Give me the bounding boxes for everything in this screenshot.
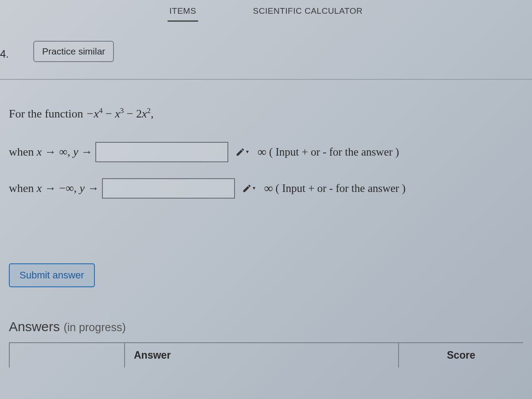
question-prompt: For the function −x4 − x3 − 2x2, — [9, 106, 523, 121]
answers-status: (in progress) — [63, 321, 125, 333]
edit-dropdown-icon[interactable]: ▾ — [233, 143, 251, 161]
answers-table-header: Answer Score — [9, 342, 523, 368]
table-col-answer: Answer — [125, 343, 399, 368]
limit-lead: when x → −∞, y → — [9, 182, 99, 195]
table-col-score: Score — [399, 343, 523, 368]
answer-input-1[interactable] — [95, 142, 228, 162]
question-content: For the function −x4 − x3 − 2x2, when x … — [9, 106, 523, 368]
answers-heading: Answers (in progress) — [9, 319, 523, 334]
infinity-symbol: ∞ — [264, 181, 273, 196]
limit-lead: when x → ∞, y → — [9, 145, 93, 159]
table-col-blank — [10, 343, 125, 368]
submit-answer-button[interactable]: Submit answer — [9, 263, 95, 287]
answers-title: Answers — [9, 319, 60, 334]
infinity-symbol: ∞ — [258, 145, 266, 159]
input-hint: ( Input + or - for the answer ) — [269, 146, 399, 158]
limit-row-pos-infinity: when x → ∞, y → ▾ ∞ ( Input + or - for t… — [9, 142, 523, 162]
top-tab-bar: ITEMS SCIENTIFIC CALCULATOR — [0, 0, 532, 27]
tab-scientific-calculator[interactable]: SCIENTIFIC CALCULATOR — [251, 4, 364, 20]
practice-similar-button[interactable]: Practice similar — [33, 41, 114, 62]
answer-input-2[interactable] — [102, 178, 235, 199]
limit-row-neg-infinity: when x → −∞, y → ▾ ∞ ( Input + or - for … — [9, 178, 523, 199]
tab-items[interactable]: ITEMS — [168, 4, 198, 22]
input-hint: ( Input + or - for the answer ) — [276, 182, 406, 195]
edit-dropdown-icon[interactable]: ▾ — [239, 179, 258, 198]
question-number: 4. — [0, 48, 9, 60]
divider — [0, 79, 532, 80]
prompt-prefix: For the function — [9, 107, 86, 120]
